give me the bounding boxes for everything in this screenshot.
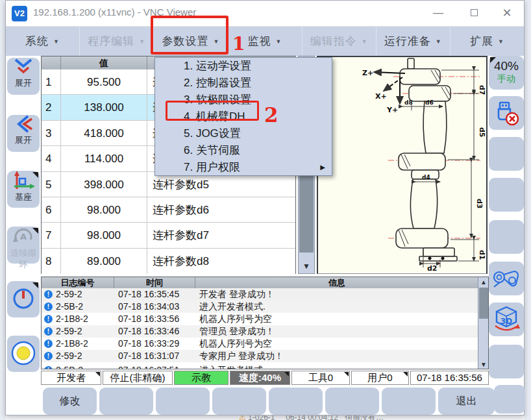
status-user[interactable]: 开发者 [41,371,101,385]
scroll-down-icon[interactable]: ▼ [299,262,314,271]
row-index: 5 [42,172,61,197]
blank-button[interactable] [156,388,210,415]
row-value: 98.000 [61,223,147,247]
exit-button[interactable]: 退出 [438,388,495,415]
blank-button[interactable] [489,345,524,378]
title-bar[interactable]: V2 192.168.1.200 (x11vnc) - VNC Viewer —… [6,1,524,27]
chevron-down-icon: ▼ [362,38,368,45]
menu-system[interactable]: 系统▼ [6,27,79,56]
blank-button[interactable] [269,388,323,415]
modify-button[interactable]: 修改 [43,388,97,415]
continuous-loop-button: A 连续循环 [7,227,40,264]
svg-text:d6: d6 [425,99,434,106]
chevron-down-icon: ▼ [498,38,504,45]
joystick-button[interactable] [489,262,524,295]
minimize-button[interactable]: — [424,1,452,25]
scroll-up-icon[interactable]: ▲ [478,278,489,286]
status-teach-mode: 示教 [174,371,228,385]
svg-text:d5: d5 [478,127,486,138]
menu-item-controller[interactable]: 2. 控制器设置 [155,75,332,92]
expand-down-button[interactable]: 展开 [7,58,40,95]
svg-text:d2: d2 [427,264,438,272]
blank-button[interactable] [489,220,524,254]
row-index: 8 [42,249,61,274]
blank-button[interactable] [489,178,524,212]
row-index: 3 [42,121,61,145]
status-speed[interactable]: 速度:40% [230,371,290,385]
value-column-header: 值 [61,56,147,69]
blank-button[interactable] [382,388,436,415]
row-value: 138.000 [61,95,147,119]
menu-run-prepare[interactable]: 运行准备▼ [376,27,450,56]
menu-extension[interactable]: 扩展▼ [450,27,524,56]
info-icon: ! [44,366,53,369]
status-tool[interactable]: 工具0 [291,371,350,385]
status-user-frame[interactable]: 用户0 [351,371,409,385]
svg-text:Y+: Y+ [386,106,398,114]
info-icon: ! [44,340,53,348]
menu-bar: 系统▼ 程序编辑▼ 参数设置▼ 监视▼ 编辑指令▼ 运行准备▼ 扩展▼ [6,27,524,56]
scrollbar-thumb[interactable] [479,288,488,319]
maximize-button[interactable] [460,1,488,25]
expand-left-button[interactable]: 展开 [7,115,40,152]
status-datetime: 07-18 16:35:56 [410,371,489,385]
menu-item-jog[interactable]: 5. JOG设置 [155,125,332,142]
table-row[interactable]: 8 89.000 连杆参数d8 [42,249,295,274]
view-3d-button[interactable]: 3D [489,303,524,336]
power-button[interactable] [7,281,40,317]
background-log-fragment: ⚠ 1-026-1 06-14 00:04:12 伺服没有… [239,415,384,420]
row-value: 98.000 [61,197,147,222]
speed-mode-button[interactable]: 40% 手动 [489,56,524,90]
svg-text:d8: d8 [404,99,413,106]
menu-item-kinematics[interactable]: 1. 运动学设置 [155,58,332,75]
background-window-bottom-sliver: ⚠ 1-026-1 06-14 00:04:12 伺服没有… [5,415,525,420]
chevron-down-icon: ▼ [53,38,60,45]
row-name: 连杆参数d6 [147,197,296,222]
log-row-clipped[interactable]: ! 2-5B-207-18 16:27:51进入开发者模式. [42,364,478,369]
vnc-viewer-window: V2 192.168.1.200 (x11vnc) - VNC Viewer —… [5,0,525,415]
log-row[interactable]: ! 2-1B8-207-18 16:33:56机器人序列号为空 [42,313,478,325]
log-row[interactable]: ! 2-59-207-18 16:33:46管理员 登录成功！ [42,325,478,338]
log-scrollbar[interactable]: ▲ ▼ [478,277,489,369]
base-label: 基座 [7,191,40,203]
base-frame-button[interactable]: 基座 [7,171,40,208]
blank-button[interactable] [212,388,266,415]
speed-value: 40% [489,59,524,73]
log-id-header: 日志编号 [42,277,114,288]
menu-item-user-rights[interactable]: 7. 用户权限 ▶ [155,159,332,176]
row-value: 398.000 [61,172,147,197]
close-button[interactable]: ✕ [493,1,521,25]
usb-disconnected-button[interactable] [489,96,524,130]
log-info-header: 信息 [195,277,478,288]
expand-label: 展开 [7,134,40,146]
blank-button[interactable] [325,388,379,415]
vnc-logo: V2 [12,6,27,21]
table-row[interactable]: 7 98.000 连杆参数d7 [42,223,295,248]
scroll-down-icon[interactable]: ▼ [478,361,489,368]
log-row[interactable]: ! 2-1B8-207-18 16:33:29机器人序列号为空 [42,338,478,350]
blank-button[interactable] [489,137,524,171]
row-name: 连杆参数d8 [147,249,296,274]
blank-button[interactable] [494,385,525,414]
log-row[interactable]: ! 2-5B-207-18 16:34:03进入开发者模式. [42,301,478,313]
row-value: 418.000 [61,121,147,145]
menu-item-joint-servo[interactable]: 6. 关节伺服 [155,142,332,159]
chevron-down-icon: ▼ [139,38,145,45]
info-icon: ! [44,327,53,336]
status-indicator-button[interactable] [7,336,40,372]
info-icon: ! [44,315,53,323]
log-row[interactable]: ! 2-59-207-18 16:31:07专家用户 登录成功！ [42,350,478,362]
blank-button[interactable] [99,388,153,415]
chevron-down-icon: ▼ [436,38,442,45]
svg-text:d4: d4 [422,174,430,180]
row-index: 4 [42,146,61,171]
row-value: 89.000 [61,249,147,274]
double-chevron-left-icon [12,115,34,133]
log-row[interactable]: ! 2-59-207-18 16:35:45开发者 登录成功！ [42,288,478,301]
annotation-box-step1 [151,16,228,55]
row-value: 95.500 [61,69,147,94]
row-name: 连杆参数d7 [147,223,296,247]
table-row[interactable]: 6 98.000 连杆参数d6 [42,197,295,223]
power-icon [12,286,35,312]
svg-text:d3: d3 [475,199,484,209]
